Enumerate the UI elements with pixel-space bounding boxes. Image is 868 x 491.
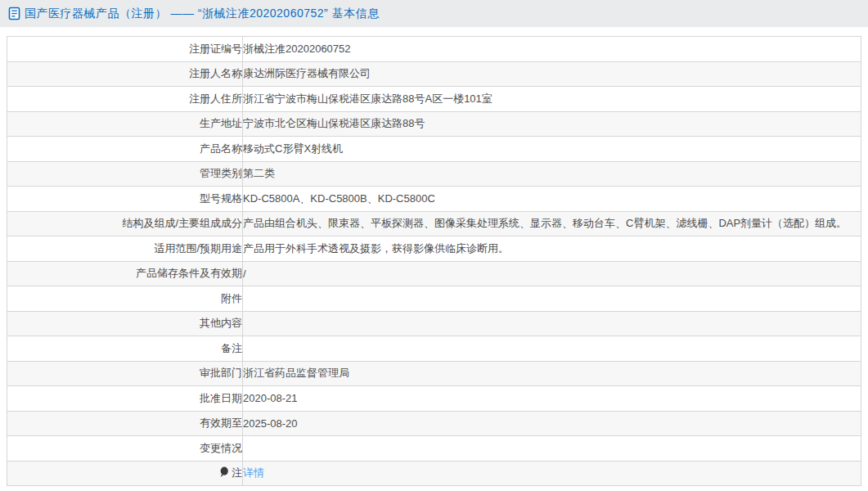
row-value: KD-C5800A、KD-C5800B、KD-C5800C (243, 187, 861, 212)
row-value (243, 311, 861, 336)
table-row: 结构及组成/主要组成成分产品由组合机头、限束器、平板探测器、图像采集处理系统、显… (7, 211, 861, 236)
row-value: 移动式C形臂X射线机 (243, 137, 861, 162)
row-label: 型号规格 (7, 187, 243, 212)
document-icon (8, 7, 20, 20)
table-row: 产品名称移动式C形臂X射线机 (7, 137, 861, 162)
row-value: 2020-08-21 (243, 386, 861, 412)
row-value: 产品由组合机头、限束器、平板探测器、图像采集处理系统、显示器、移动台车、C臂机架… (243, 211, 861, 236)
table-row: 变更情况 (7, 436, 861, 462)
row-value (243, 436, 861, 462)
table-row: 其他内容 (7, 311, 861, 336)
table-row: 生产地址宁波市北仑区梅山保税港区康达路88号 (7, 111, 861, 137)
page-title: 国产医疗器械产品（注册） —— “浙械注准20202060752” 基本信息 (25, 7, 380, 21)
row-value: 产品用于外科手术透视及摄影，获得影像供临床诊断用。 (243, 236, 861, 262)
table-row: 有效期至2025-08-20 (7, 411, 861, 436)
row-value: 2025-08-20 (243, 411, 861, 436)
table-row: 注册证编号浙械注准20202060752 (7, 37, 861, 62)
row-value (243, 336, 861, 362)
row-value: 浙江省宁波市梅山保税港区康达路88号A区一楼101室 (243, 87, 861, 112)
row-label: 注册证编号 (7, 37, 243, 62)
row-label: 结构及组成/主要组成成分 (7, 211, 243, 236)
row-label: 有效期至 (7, 411, 243, 436)
row-value: / (243, 261, 861, 286)
row-label: 备注 (7, 336, 243, 362)
row-label: 注册人名称 (7, 61, 243, 87)
row-value: 详情 (243, 461, 861, 486)
row-label: 适用范围/预期用途 (7, 236, 243, 262)
row-value: 第二类 (243, 161, 861, 187)
row-label: 管理类别 (7, 161, 243, 187)
registration-info-table: 注册证编号浙械注准20202060752注册人名称康达洲际医疗器械有限公司注册人… (7, 36, 861, 486)
row-value: 宁波市北仑区梅山保税港区康达路88号 (243, 111, 861, 137)
table-row: 注册人名称康达洲际医疗器械有限公司 (7, 61, 861, 87)
row-value (243, 286, 861, 312)
row-value: 康达洲际医疗器械有限公司 (243, 61, 861, 87)
table-row: 型号规格KD-C5800A、KD-C5800B、KD-C5800C (7, 187, 861, 212)
table-row: 审批部门浙江省药品监督管理局 (7, 361, 861, 386)
row-label: 批准日期 (7, 386, 243, 412)
row-label: 生产地址 (7, 111, 243, 137)
row-label: 产品储存条件及有效期 (7, 261, 243, 286)
table-row: 注册人住所浙江省宁波市梅山保税港区康达路88号A区一楼101室 (7, 87, 861, 112)
table-row: 备注 (7, 336, 861, 362)
table-row: 批准日期2020-08-21 (7, 386, 861, 412)
details-link[interactable]: 详情 (243, 466, 264, 479)
table-row: 产品储存条件及有效期/ (7, 261, 861, 286)
table-row: 附件 (7, 286, 861, 312)
row-label: 其他内容 (7, 311, 243, 336)
row-label: 审批部门 (7, 361, 243, 386)
row-label: 注 (7, 461, 243, 486)
row-label: 注册人住所 (7, 87, 243, 112)
row-value: 浙械注准20202060752 (243, 37, 861, 62)
row-label: 产品名称 (7, 137, 243, 162)
row-label: 附件 (7, 286, 243, 312)
row-label: 变更情况 (7, 436, 243, 462)
table-row: 注详情 (7, 461, 861, 486)
table-row: 管理类别第二类 (7, 161, 861, 187)
tip-balloon-icon (219, 466, 229, 480)
row-value: 浙江省药品监督管理局 (243, 361, 861, 386)
table-row: 适用范围/预期用途产品用于外科手术透视及摄影，获得影像供临床诊断用。 (7, 236, 861, 262)
page-header: 国产医疗器械产品（注册） —— “浙械注准20202060752” 基本信息 (0, 0, 868, 27)
